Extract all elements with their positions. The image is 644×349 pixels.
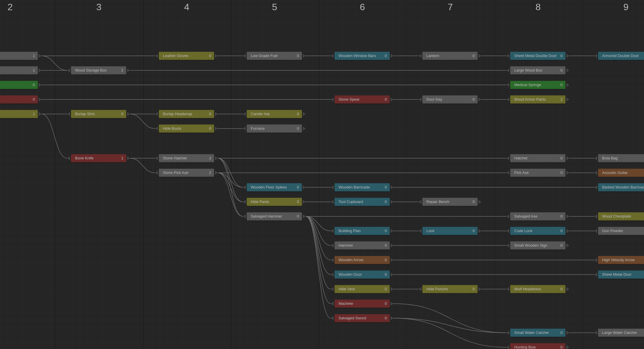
node-ticks — [598, 176, 644, 177]
tech-node[interactable]: Pick Axe0 — [510, 169, 565, 177]
tech-node[interactable]: Stone Pick Axe2 — [159, 169, 214, 177]
tech-node[interactable]: Hunting Bow0 — [510, 343, 565, 349]
input-port-icon — [155, 112, 158, 116]
output-port-icon — [391, 54, 394, 58]
output-port-icon — [215, 171, 218, 175]
input-port-icon — [243, 112, 246, 116]
input-port-icon — [331, 243, 334, 247]
tech-node[interactable]: Medical Syringe0 — [510, 81, 565, 89]
output-port-icon — [391, 229, 394, 233]
tech-node[interactable]: Salvaged Sword0 — [335, 314, 390, 322]
tech-node[interactable]: Wooden Window Bars0 — [335, 52, 390, 60]
tech-node[interactable]: Lantern0 — [422, 52, 478, 60]
tech-node[interactable]: Burlap Headwrap0 — [159, 110, 214, 118]
tech-node[interactable]: Small Wooden Sign0 — [510, 241, 565, 250]
tech-node[interactable]: Wolf Headdress0 — [510, 285, 565, 293]
tech-node[interactable]: 0 — [0, 81, 38, 89]
tech-node[interactable]: Barbed Wooden Barricade — [598, 183, 644, 191]
output-port-icon — [478, 200, 481, 204]
tech-node[interactable]: Wood Armor Pants2 — [510, 95, 565, 104]
tech-node[interactable]: High Velocity Arrow — [598, 256, 644, 264]
tech-node[interactable]: Stone Hatchet2 — [159, 154, 214, 162]
tech-node[interactable]: Hide Poncho0 — [422, 285, 478, 293]
tech-node[interactable]: Armored Double Door — [598, 52, 644, 60]
column-divider — [494, 0, 495, 349]
node-ticks — [598, 234, 644, 235]
node-ticks — [159, 161, 214, 162]
output-port-icon — [215, 54, 218, 58]
input-port-icon — [67, 112, 70, 116]
column-number: 7 — [448, 2, 453, 13]
tech-node[interactable]: Stone Spear0 — [335, 95, 390, 104]
tech-node[interactable]: Bone Knife1 — [71, 154, 126, 162]
tech-node[interactable]: Large Water Catcher — [598, 329, 644, 337]
tech-node[interactable]: Code Lock0 — [510, 227, 565, 235]
tech-node[interactable]: Wood Chestplate — [598, 212, 644, 220]
node-ticks — [422, 234, 478, 235]
tech-node[interactable]: Repair Bench0 — [422, 198, 478, 206]
tech-node[interactable]: Gun Powder — [598, 227, 644, 235]
tech-node[interactable]: Salvaged Axe0 — [510, 212, 565, 220]
node-ticks — [510, 248, 565, 250]
tech-node[interactable]: Spear0 — [0, 95, 38, 104]
tech-node[interactable]: Small Water Catcher0 — [510, 329, 565, 337]
tech-node[interactable]: Wooden Arrow0 — [335, 256, 390, 264]
tech-node[interactable]: Building Plan0 — [335, 227, 390, 235]
tech-node[interactable]: Leather Gloves0 — [159, 52, 214, 60]
tech-node[interactable]: Wooden Door0 — [335, 270, 390, 279]
input-port-icon — [67, 68, 70, 72]
tech-node[interactable]: Furnace0 — [247, 124, 302, 133]
tech-node[interactable]: Hammer0 — [335, 241, 390, 250]
node-label: Hunting Bow — [514, 343, 536, 349]
input-port-icon — [243, 214, 246, 218]
tech-node[interactable]: Large Wood Box0 — [510, 66, 565, 74]
tech-node[interactable]: Sheet Metal Double Door0 — [510, 52, 565, 60]
tech-node[interactable]: Candle Hat0 — [247, 110, 302, 118]
input-port-icon — [506, 171, 509, 175]
node-ticks — [0, 102, 38, 104]
tech-node[interactable]: Hatchet0 — [510, 154, 565, 162]
output-port-icon — [391, 316, 394, 320]
tech-node[interactable]: Bota Bag — [598, 154, 644, 162]
tech-node[interactable]: tash1 — [0, 66, 38, 74]
output-port-icon — [478, 54, 481, 58]
tech-node[interactable]: Salvaged Hammer0 — [247, 212, 302, 220]
input-port-icon — [331, 273, 334, 277]
tech-node[interactable]: Lock0 — [422, 227, 478, 235]
tech-node[interactable]: Acoustic Guitar — [598, 169, 644, 177]
tech-node[interactable]: Hide Vest0 — [335, 285, 390, 293]
node-ticks — [598, 263, 644, 264]
output-port-icon — [566, 83, 569, 87]
tech-node[interactable]: Tool Cupboard0 — [335, 198, 390, 206]
node-ticks — [0, 73, 38, 74]
input-port-icon — [419, 229, 421, 233]
tech-node[interactable]: Wooden Floor Spikes0 — [247, 183, 302, 191]
tech-node[interactable]: Door Key0 — [422, 95, 478, 104]
tech-node[interactable]: Hide Boots0 — [159, 124, 214, 133]
node-ticks — [335, 190, 390, 191]
node-ticks — [159, 131, 214, 133]
input-port-icon — [506, 156, 509, 160]
node-ticks — [335, 307, 390, 308]
edge — [218, 173, 243, 202]
output-port-icon — [303, 127, 306, 131]
column-divider — [143, 0, 144, 349]
output-port-icon — [39, 97, 42, 102]
tech-node[interactable]: rousers1 — [0, 110, 38, 118]
node-ticks — [71, 161, 126, 162]
tech-tree-canvas[interactable]: 23456789 ap1tash10Spear0rousers1Wood Sto… — [0, 0, 644, 349]
output-port-icon — [566, 68, 569, 72]
tech-node[interactable]: Sheet Metal Door — [598, 270, 644, 279]
tech-node[interactable]: Wood Storage Box2 — [71, 66, 126, 74]
tech-node[interactable]: Wooden Barricade0 — [335, 183, 390, 191]
tech-node[interactable]: Low Grade Fuel0 — [247, 52, 302, 60]
edge — [306, 216, 331, 275]
input-port-icon — [594, 54, 597, 58]
tech-node[interactable]: ap1 — [0, 52, 38, 60]
tech-node[interactable]: Hide Pants0 — [247, 198, 302, 206]
input-port-icon — [331, 302, 334, 306]
edge — [306, 216, 331, 245]
tech-node[interactable]: Burlap Shirt0 — [71, 110, 126, 118]
input-port-icon — [155, 127, 158, 131]
tech-node[interactable]: Machete0 — [335, 300, 390, 308]
